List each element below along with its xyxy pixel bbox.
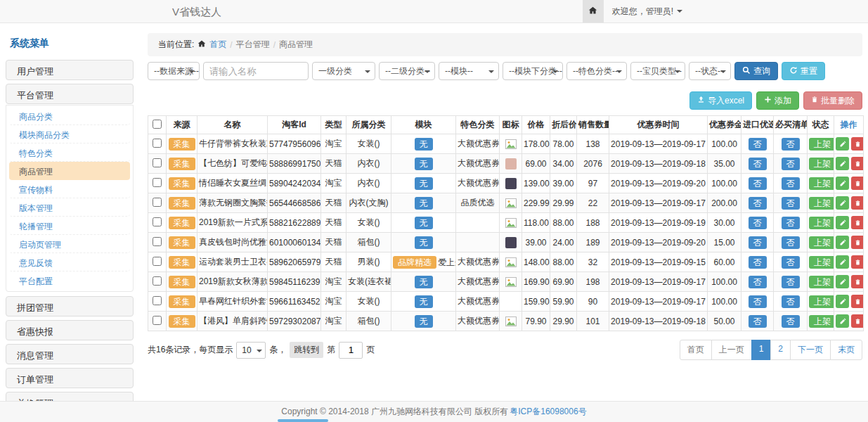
status-toggle[interactable]: 上架 — [809, 295, 834, 308]
row-checkbox[interactable] — [153, 178, 162, 187]
filter-select-data-source[interactable]: --数据来源-- — [148, 62, 200, 80]
must-buy-toggle[interactable]: 否 — [782, 315, 800, 328]
sidebar-item-version-management[interactable]: 版本管理 — [9, 198, 130, 217]
edit-icon[interactable] — [836, 275, 849, 288]
user-menu[interactable]: 欢迎您，管理员! — [604, 0, 691, 23]
edit-icon[interactable] — [836, 196, 849, 210]
status-toggle[interactable]: 上架 — [809, 158, 834, 170]
import-pick-toggle[interactable]: 否 — [749, 295, 767, 308]
pager-page-1[interactable]: 1 — [751, 340, 772, 360]
status-toggle[interactable]: 上架 — [809, 217, 834, 229]
import-pick-toggle[interactable]: 否 — [749, 276, 767, 288]
filter-select-feature-category[interactable]: --特色分类-- — [566, 62, 627, 80]
status-toggle[interactable]: 上架 — [809, 197, 834, 210]
sidebar-item-carousel-management[interactable]: 轮播管理 — [9, 217, 130, 235]
sidebar-group-group-buy-management[interactable]: 拼团管理 — [6, 296, 134, 316]
edit-icon[interactable] — [836, 314, 849, 328]
horizontal-scrollbar-thumb[interactable] — [278, 419, 328, 422]
import-excel-button[interactable]: 导入excel — [689, 91, 752, 110]
must-buy-toggle[interactable]: 否 — [782, 295, 800, 308]
filter-select-item-type[interactable]: --宝贝类型-- — [630, 62, 685, 80]
import-pick-toggle[interactable]: 否 — [749, 177, 767, 190]
filter-select-module[interactable]: --模块-- — [439, 62, 499, 80]
status-toggle[interactable]: 上架 — [809, 177, 834, 190]
import-pick-toggle[interactable]: 否 — [749, 158, 767, 170]
edit-icon[interactable] — [836, 216, 849, 229]
edit-icon[interactable] — [836, 255, 849, 269]
jump-button[interactable]: 跳转到 — [290, 342, 323, 358]
batch-delete-button[interactable]: 批量删除 — [803, 91, 862, 110]
delete-button[interactable] — [851, 137, 864, 151]
must-buy-toggle[interactable]: 否 — [782, 138, 800, 151]
row-checkbox[interactable] — [153, 139, 162, 148]
pager-last[interactable]: 末页 — [830, 340, 862, 360]
must-buy-toggle[interactable]: 否 — [782, 158, 800, 170]
filter-input-name[interactable] — [203, 62, 309, 80]
filter-select-level2-category[interactable]: --二级分类-- — [379, 62, 435, 80]
delete-button[interactable] — [851, 196, 864, 210]
edit-icon[interactable] — [836, 157, 849, 170]
row-checkbox[interactable] — [153, 276, 162, 286]
row-checkbox[interactable] — [153, 257, 162, 266]
must-buy-toggle[interactable]: 否 — [782, 197, 800, 210]
import-pick-toggle[interactable]: 否 — [749, 217, 767, 229]
delete-button[interactable] — [851, 314, 864, 328]
sidebar-item-goods-category[interactable]: 商品分类 — [9, 107, 130, 125]
delete-button[interactable] — [851, 236, 864, 249]
row-checkbox[interactable] — [153, 217, 162, 226]
row-checkbox[interactable] — [153, 158, 162, 167]
delete-button[interactable] — [851, 177, 864, 190]
sidebar-group-discount-express[interactable]: 省惠快报 — [6, 320, 134, 340]
per-page-select[interactable]: 10 — [236, 342, 266, 359]
reset-button[interactable]: 重置 — [782, 62, 825, 80]
must-buy-toggle[interactable]: 否 — [782, 217, 800, 229]
home-button[interactable] — [583, 0, 604, 23]
delete-button[interactable] — [851, 295, 864, 308]
status-toggle[interactable]: 上架 — [809, 315, 834, 328]
sidebar-item-module-goods-category[interactable]: 模块商品分类 — [9, 125, 130, 143]
edit-icon[interactable] — [836, 177, 849, 190]
delete-button[interactable] — [851, 275, 864, 288]
pager-page-2[interactable]: 2 — [770, 340, 791, 360]
edit-icon[interactable] — [836, 295, 849, 308]
add-button[interactable]: 添加 — [756, 91, 799, 110]
sidebar-item-feature-category[interactable]: 特色分类 — [9, 143, 130, 162]
filter-select-status[interactable]: --状态-- — [689, 62, 731, 80]
page-number-input[interactable] — [339, 342, 363, 359]
row-checkbox[interactable] — [153, 316, 162, 325]
import-pick-toggle[interactable]: 否 — [749, 315, 767, 328]
filter-select-level1-category[interactable]: 一级分类 — [312, 62, 375, 80]
must-buy-toggle[interactable]: 否 — [782, 276, 800, 288]
row-checkbox[interactable] — [153, 198, 162, 207]
delete-button[interactable] — [851, 255, 864, 269]
import-pick-toggle[interactable]: 否 — [749, 236, 767, 249]
delete-button[interactable] — [851, 216, 864, 229]
status-toggle[interactable]: 上架 — [809, 276, 834, 288]
edit-icon[interactable] — [836, 236, 849, 249]
sidebar-group-order-management[interactable]: 订单管理 — [6, 368, 134, 388]
import-pick-toggle[interactable]: 否 — [749, 138, 767, 151]
row-checkbox[interactable] — [153, 296, 162, 305]
sidebar-item-feedback[interactable]: 意见反馈 — [9, 253, 130, 271]
sidebar-group-user-management[interactable]: 用户管理 — [6, 60, 134, 80]
search-button[interactable]: 查询 — [734, 62, 778, 80]
must-buy-toggle[interactable]: 否 — [782, 236, 800, 249]
sidebar-item-splash-management[interactable]: 启动页管理 — [9, 235, 130, 253]
edit-icon[interactable] — [836, 137, 849, 151]
pager-prev[interactable]: 上一页 — [711, 340, 752, 360]
filter-select-module-subcategory[interactable]: --模块下分类-- — [503, 62, 563, 80]
import-pick-toggle[interactable]: 否 — [749, 197, 767, 210]
sidebar-group-message-management[interactable]: 消息管理 — [6, 344, 134, 364]
pager-next[interactable]: 下一页 — [790, 340, 831, 360]
select-all-checkbox[interactable] — [153, 120, 162, 129]
import-pick-toggle[interactable]: 否 — [749, 256, 767, 269]
breadcrumb-home-link[interactable]: 首页 — [209, 39, 226, 51]
row-checkbox[interactable] — [153, 237, 162, 246]
pager-first[interactable]: 首页 — [680, 340, 712, 360]
status-toggle[interactable]: 上架 — [809, 138, 834, 151]
status-toggle[interactable]: 上架 — [809, 256, 834, 269]
sidebar-group-platform-management[interactable]: 平台管理 — [6, 84, 134, 104]
must-buy-toggle[interactable]: 否 — [782, 177, 800, 190]
delete-button[interactable] — [851, 157, 864, 170]
sidebar-item-promo-materials[interactable]: 宣传物料 — [9, 180, 130, 198]
